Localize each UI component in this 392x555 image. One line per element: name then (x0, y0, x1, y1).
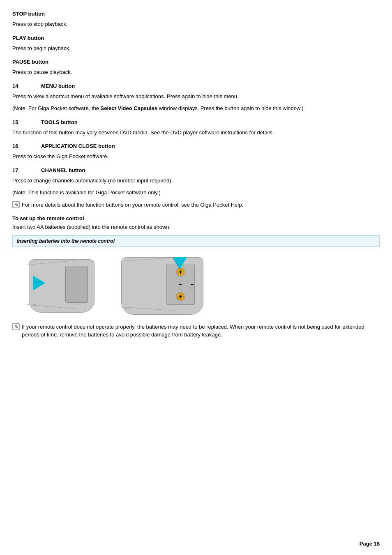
play-button-heading: PLAY button (12, 35, 380, 41)
arrow-left (33, 276, 45, 290)
play-button-paragraph: Press to begin playback. (12, 44, 380, 53)
arrow-down-cyan-icon (172, 257, 187, 269)
menu-button-note: (Note: For Giga Pocket software, the Sel… (12, 104, 380, 113)
channel-button-section: 17 CHANNEL button Press to change channe… (12, 167, 380, 197)
arrow-right-down (172, 257, 187, 269)
minus-mid-right: − (190, 281, 194, 288)
channel-button-number: 17 (12, 167, 41, 173)
channel-button-heading: 17 CHANNEL button (12, 167, 380, 173)
app-close-button-section: 16 APPLICATION CLOSE button Press to clo… (12, 143, 380, 161)
figure-title: Inserting batteries into the remote cont… (17, 238, 375, 244)
plus-bottom: + (176, 292, 185, 301)
tip1-line: ✎ For more details about the function bu… (12, 201, 380, 209)
play-button-section: PLAY button Press to begin playback. (12, 35, 380, 53)
warning-text: If your remote control does not operate … (22, 323, 380, 339)
setup-heading: To set up the remote control (12, 215, 380, 221)
app-close-button-paragraph: Press to close the Giga Pocket software. (12, 152, 380, 161)
setup-intro: Insert two AA batteries (supplied) into … (12, 223, 380, 231)
app-close-button-number: 16 (12, 143, 41, 149)
remote-body-right: + − − + (121, 257, 203, 315)
pause-button-paragraph: Press to pause playback. (12, 68, 380, 76)
battery-slot-left (65, 266, 88, 303)
stop-button-section: STOP button Press to stop playback. (12, 11, 380, 28)
figure-box: Inserting batteries into the remote cont… (12, 235, 380, 247)
stop-button-heading: STOP button (12, 11, 380, 17)
menu-button-section: 14 MENU button Press to view a shortcut … (12, 83, 380, 113)
minus-mid: − (179, 281, 182, 288)
menu-button-paragraph: Press to view a shortcut menu of availab… (12, 92, 380, 101)
tools-button-number: 15 (12, 119, 41, 125)
pause-button-section: PAUSE button Press to pause playback. (12, 59, 380, 76)
warning-line: ✎ If your remote control does not operat… (12, 323, 380, 339)
warning-icon: ✎ (12, 323, 20, 330)
menu-button-note-bold: Select Video Capsules (101, 105, 158, 111)
pause-button-heading: PAUSE button (12, 59, 380, 65)
tools-button-paragraph: The function of this button may vary bet… (12, 129, 380, 137)
menu-button-heading: 14 MENU button (12, 83, 380, 89)
page-number: Page 18 (360, 541, 380, 547)
arrow-right-cyan-icon (33, 276, 45, 290)
tools-button-label: TOOLS button (41, 119, 78, 125)
battery-compartment-right: + − − + (166, 264, 195, 305)
tip1-text: For more details about the function butt… (22, 201, 243, 209)
stop-button-paragraph: Press to stop playback. (12, 20, 380, 28)
menu-button-label: MENU button (41, 83, 75, 89)
channel-button-note: (Note: This function is available for Gi… (12, 189, 380, 197)
svg-text:✎: ✎ (14, 324, 18, 330)
remote-image-right: + − − + (119, 255, 210, 319)
channel-button-label: CHANNEL button (41, 167, 85, 173)
tools-button-section: 15 TOOLS button The function of this but… (12, 119, 380, 137)
app-close-button-label: APPLICATION CLOSE button (41, 143, 115, 149)
menu-button-number: 14 (12, 83, 41, 89)
tools-button-heading: 15 TOOLS button (12, 119, 380, 125)
channel-button-paragraph: Press to change channels automatically (… (12, 177, 380, 185)
remote-image-left (21, 255, 103, 319)
battery-images-row: + − − + (12, 251, 380, 323)
tip-icon: ✎ (12, 201, 20, 208)
app-close-button-heading: 16 APPLICATION CLOSE button (12, 143, 380, 149)
svg-text:✎: ✎ (14, 202, 18, 208)
